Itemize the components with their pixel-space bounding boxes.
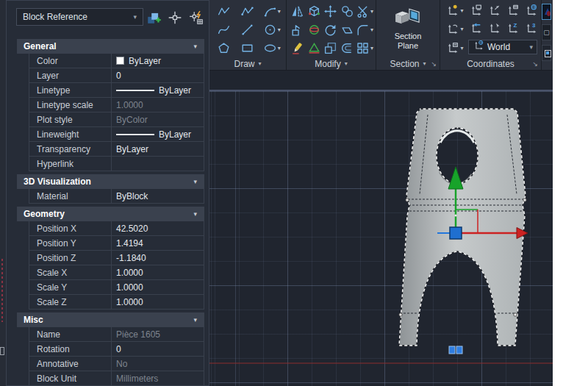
property-label: Scale X xyxy=(29,265,112,279)
property-row-annotative: AnnotativeNo xyxy=(29,357,204,371)
property-label: Position Y xyxy=(29,236,112,250)
property-label: Lineweight xyxy=(29,127,112,141)
property-value[interactable]: 0 xyxy=(112,342,204,356)
ucs-world-button[interactable] xyxy=(522,1,540,19)
property-value[interactable]: 42.5020 xyxy=(112,221,204,235)
polyline-3d-icon xyxy=(240,4,254,18)
property-value[interactable] xyxy=(112,157,204,171)
property-value[interactable]: ByLayer xyxy=(112,54,204,68)
spline-button[interactable] xyxy=(212,21,236,39)
align-3d-button[interactable] xyxy=(306,2,323,21)
hidden-geometry-line xyxy=(1,259,3,322)
property-label: Linetype scale xyxy=(29,98,112,112)
toggle-pickadd-button[interactable] xyxy=(144,8,162,26)
erase-button[interactable] xyxy=(289,39,306,57)
coordinates-panel-title: Coordinates xyxy=(440,57,541,70)
property-value[interactable]: 1.4194 xyxy=(112,236,204,250)
property-value[interactable]: ByLayer xyxy=(112,142,204,156)
coordinates-dialog-launcher-icon[interactable]: ↘ xyxy=(532,61,538,68)
ucs-named-button[interactable] xyxy=(467,1,485,19)
property-value[interactable]: 1.0000 xyxy=(112,295,204,309)
ucs-z-button[interactable]: Z xyxy=(503,19,522,37)
quick-select-button[interactable] xyxy=(187,8,205,26)
circle-button[interactable]: ▾ xyxy=(259,21,284,39)
ucs-view-button[interactable] xyxy=(485,1,503,19)
property-value[interactable]: 0 xyxy=(112,68,204,82)
select-objects-button[interactable] xyxy=(165,8,184,26)
offset-button[interactable] xyxy=(339,39,356,57)
draw-panel-button[interactable]: Draw ▾ xyxy=(209,57,286,70)
section-header[interactable]: General▾ xyxy=(17,39,204,54)
grip[interactable] xyxy=(449,346,455,354)
ucs-rotate-button[interactable]: ▾ xyxy=(442,20,467,38)
viewport-canvas[interactable] xyxy=(209,71,553,386)
rotate-button[interactable] xyxy=(322,21,339,39)
section-dialog-launcher-icon[interactable]: ↘ xyxy=(431,61,437,68)
explode-button[interactable] xyxy=(306,39,323,57)
gizmo-y-arrowhead[interactable] xyxy=(448,167,463,189)
visual-styles-icon[interactable] xyxy=(542,4,551,20)
scale-icon xyxy=(323,41,337,55)
ucs-object-button[interactable] xyxy=(503,1,522,19)
property-value: Millimeters xyxy=(112,371,204,385)
ucs-object-icon xyxy=(506,4,520,18)
property-value[interactable]: ByLayer xyxy=(112,83,204,97)
clipped-tool-icon[interactable] xyxy=(542,45,551,61)
property-label: Linetype xyxy=(29,83,112,97)
property-value[interactable]: 1.0000 xyxy=(112,280,204,294)
selected-block[interactable] xyxy=(399,109,526,346)
section-plane-button[interactable]: Section Plane xyxy=(376,0,440,57)
modify-panel-button[interactable]: Modify ▾ xyxy=(287,57,376,70)
presspull-button[interactable] xyxy=(289,21,306,39)
section-panel-button[interactable]: Section ▾ xyxy=(376,57,440,70)
property-value[interactable]: 1.0000 xyxy=(112,265,204,279)
object-type-dropdown[interactable]: Block Reference ▾ xyxy=(16,8,143,26)
property-row-color: ColorByLayer xyxy=(29,54,204,68)
arc-button[interactable]: ▾ xyxy=(259,2,284,21)
ucs-origin-icon xyxy=(487,21,501,35)
ucs-origin-button[interactable] xyxy=(485,19,503,37)
mirror-button[interactable] xyxy=(289,2,306,21)
collapse-icon: ▾ xyxy=(193,316,197,324)
polygon-button[interactable] xyxy=(212,39,236,57)
line-button[interactable] xyxy=(236,21,260,39)
application-window: Block Reference ▾ General▾ColorByLayerLa… xyxy=(0,0,553,386)
named-views-icon[interactable]: ▢ xyxy=(542,24,551,40)
trim-button[interactable]: ▾ xyxy=(356,2,373,21)
draw-panel: ▾▾▾ Draw ▾ xyxy=(209,0,287,70)
section-header[interactable]: 3D Visualization▾ xyxy=(17,174,204,189)
fillet-button[interactable]: ▾ xyxy=(356,21,373,39)
property-value: No xyxy=(112,357,204,371)
array-button[interactable]: ▾ xyxy=(356,39,373,57)
scale-button[interactable] xyxy=(322,39,339,57)
property-value: ByColor xyxy=(112,112,204,126)
section-header[interactable]: Misc▾ xyxy=(17,312,204,327)
viewport[interactable] xyxy=(209,71,553,386)
ucs-dropdown[interactable]: World ▾ xyxy=(468,40,537,54)
ucs-3point-button[interactable]: 3 xyxy=(522,19,540,37)
property-label: Color xyxy=(29,54,112,68)
ucs-previous-icon xyxy=(469,21,483,35)
polyline-button[interactable] xyxy=(212,2,236,21)
block-grips[interactable] xyxy=(449,346,462,354)
ucs-show-button[interactable]: ▾ xyxy=(442,1,467,20)
ellipse-button[interactable]: ▾ xyxy=(259,39,284,57)
rotate-3d-button[interactable] xyxy=(306,21,323,39)
property-row-position-y: Position Y1.4194 xyxy=(29,236,204,251)
rectangle-button[interactable] xyxy=(236,39,260,57)
ucs-previous-button[interactable] xyxy=(467,19,485,37)
gizmo-origin[interactable] xyxy=(450,227,462,239)
section-header[interactable]: Geometry▾ xyxy=(17,207,204,221)
ucs-apply-button[interactable]: ▾ xyxy=(442,39,467,57)
stretch-button[interactable] xyxy=(339,21,356,39)
palette-autohide-icon[interactable] xyxy=(0,347,4,355)
grip[interactable] xyxy=(456,346,462,354)
svg-text:Z: Z xyxy=(514,22,517,29)
move-button[interactable] xyxy=(322,2,339,21)
copy-button[interactable] xyxy=(339,2,356,21)
property-value[interactable]: -1.1840 xyxy=(112,251,204,265)
property-value[interactable]: ByBlock xyxy=(112,189,204,203)
polyline-3d-button[interactable] xyxy=(236,2,260,21)
property-value[interactable]: ByLayer xyxy=(112,127,204,141)
property-row-hyperlink: Hyperlink xyxy=(29,157,204,171)
